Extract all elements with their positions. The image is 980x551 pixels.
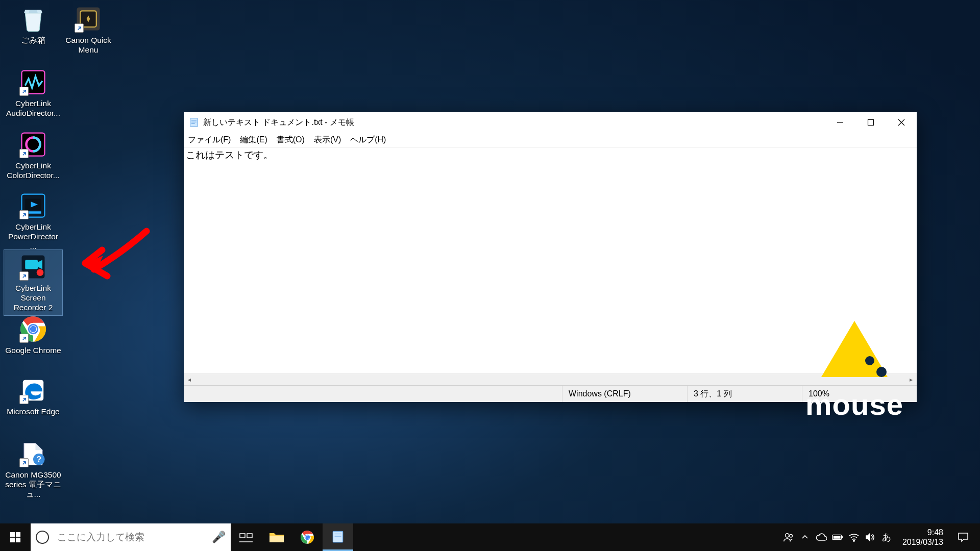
svg-rect-11	[25, 260, 38, 269]
system-tray[interactable]: あ 9:48 2019/03/13	[776, 523, 980, 551]
canon-icon	[74, 4, 103, 34]
notepad-icon	[189, 117, 199, 128]
svg-rect-39	[270, 536, 284, 542]
colordir-icon	[18, 130, 48, 159]
chrome-icon	[300, 530, 314, 544]
desktop-icon-edge[interactable]: Microsoft Edge	[4, 373, 62, 419]
battery-icon[interactable]	[832, 532, 843, 543]
search-input[interactable]	[56, 531, 208, 543]
icon-label: Canon Quick Menu	[65, 35, 111, 55]
desktop-icon-audiodir[interactable]: CyberLink AudioDirector...	[4, 65, 62, 121]
clock[interactable]: 9:48 2019/03/13	[902, 528, 943, 547]
icon-label: ごみ箱	[21, 35, 45, 45]
taskbar-explorer[interactable]	[261, 523, 292, 551]
desktop-icon-powerdir[interactable]: CyberLink PowerDirector ...	[4, 189, 62, 254]
desktop-icon-canonman[interactable]: ?Canon MG3500 series 電子マニュ...	[4, 437, 62, 502]
shortcut-overlay-icon	[19, 271, 29, 281]
action-center-button[interactable]	[950, 523, 976, 551]
people-icon[interactable]	[783, 532, 794, 543]
menu-view[interactable]: 表示(V)	[314, 135, 341, 145]
menu-edit[interactable]: 編集(E)	[240, 135, 267, 145]
desktop-icon-screenrec[interactable]: CyberLink Screen Recorder 2	[4, 250, 62, 315]
cheese-icon	[821, 321, 888, 377]
edge-icon	[18, 375, 48, 405]
svg-point-30	[865, 356, 874, 365]
task-view-icon	[239, 532, 253, 543]
svg-point-43	[306, 536, 309, 539]
taskbar-chrome[interactable]	[292, 523, 323, 551]
ime-indicator[interactable]: あ	[881, 532, 892, 543]
titlebar[interactable]: 新しいテキスト ドキュメント.txt - メモ帳	[184, 112, 917, 133]
screenrec-icon	[18, 252, 48, 282]
svg-rect-35	[16, 538, 20, 542]
mic-icon[interactable]: 🎤	[212, 531, 226, 544]
status-position: 3 行、1 列	[687, 386, 802, 402]
menu-format[interactable]: 書式(O)	[277, 135, 305, 145]
menu-file[interactable]: ファイル(F)	[188, 135, 231, 145]
svg-point-17	[30, 326, 36, 332]
scroll-right-icon[interactable]: ▸	[905, 374, 917, 385]
close-button[interactable]	[886, 112, 917, 133]
svg-rect-44	[333, 531, 343, 542]
svg-point-52	[853, 540, 854, 541]
svg-rect-33	[16, 532, 20, 537]
svg-rect-34	[10, 538, 15, 542]
svg-rect-32	[10, 532, 15, 537]
canonman-icon: ?	[18, 439, 48, 468]
shortcut-overlay-icon	[19, 87, 29, 96]
svg-rect-36	[240, 534, 245, 538]
scroll-left-icon[interactable]: ◂	[184, 374, 195, 385]
window-title: 新しいテキスト ドキュメント.txt - メモ帳	[203, 117, 825, 128]
clock-date: 2019/03/13	[902, 537, 943, 547]
clock-time: 9:48	[902, 528, 943, 537]
svg-point-48	[790, 535, 793, 538]
menubar: ファイル(F) 編集(E) 書式(O) 表示(V) ヘルプ(H)	[184, 133, 917, 147]
svg-point-13	[37, 269, 44, 277]
icon-label: CyberLink Screen Recorder 2	[5, 283, 61, 312]
desktop-icon-canon[interactable]: Canon Quick Menu	[59, 2, 117, 58]
desktop-icon-chrome[interactable]: Google Chrome	[4, 312, 62, 358]
svg-rect-51	[834, 536, 841, 539]
maximize-button[interactable]	[855, 112, 886, 133]
shortcut-overlay-icon	[19, 395, 29, 404]
shortcut-overlay-icon	[19, 458, 29, 467]
svg-rect-26	[868, 120, 874, 126]
icon-label: Microsoft Edge	[7, 407, 59, 416]
tray-chevron-icon[interactable]	[799, 532, 811, 543]
brand-logo: mouse	[805, 321, 903, 421]
notification-icon	[958, 532, 969, 542]
icon-label: Canon MG3500 series 電子マニュ...	[5, 470, 61, 499]
onedrive-icon[interactable]	[816, 532, 827, 543]
menu-help[interactable]: ヘルプ(H)	[350, 135, 386, 145]
file-explorer-icon	[269, 531, 284, 543]
minimize-button[interactable]	[825, 112, 855, 133]
desktop-icon-colordir[interactable]: CyberLink ColorDirector...	[4, 128, 62, 183]
status-encoding: Windows (CRLF)	[562, 386, 687, 402]
icon-label: CyberLink AudioDirector...	[6, 98, 60, 118]
wifi-icon[interactable]	[848, 532, 860, 543]
powerdir-icon	[18, 191, 48, 220]
search-box[interactable]: 🎤	[31, 523, 231, 551]
svg-rect-37	[247, 534, 252, 538]
desktop-icon-recycle[interactable]: ごみ箱	[4, 2, 62, 48]
icon-label: CyberLink PowerDirector ...	[5, 222, 61, 251]
shortcut-overlay-icon	[19, 334, 29, 343]
notepad-icon	[331, 530, 345, 544]
svg-rect-50	[842, 536, 843, 538]
taskbar-notepad[interactable]	[323, 523, 353, 551]
svg-text:?: ?	[36, 455, 41, 464]
recycle-icon	[18, 4, 48, 34]
audiodir-icon	[18, 67, 48, 97]
chrome-icon	[18, 314, 48, 344]
taskbar[interactable]: 🎤	[0, 523, 980, 551]
volume-icon[interactable]	[865, 532, 876, 543]
shortcut-overlay-icon	[75, 23, 84, 33]
window-controls	[825, 112, 917, 133]
annotation-arrow	[78, 223, 154, 285]
svg-point-31	[876, 367, 887, 377]
cortana-icon	[36, 531, 49, 544]
icon-label: CyberLink ColorDirector...	[7, 161, 59, 180]
desktop[interactable]: ごみ箱Canon Quick MenuCyberLink AudioDirect…	[0, 0, 980, 523]
start-button[interactable]	[0, 523, 31, 551]
task-view-button[interactable]	[231, 523, 261, 551]
